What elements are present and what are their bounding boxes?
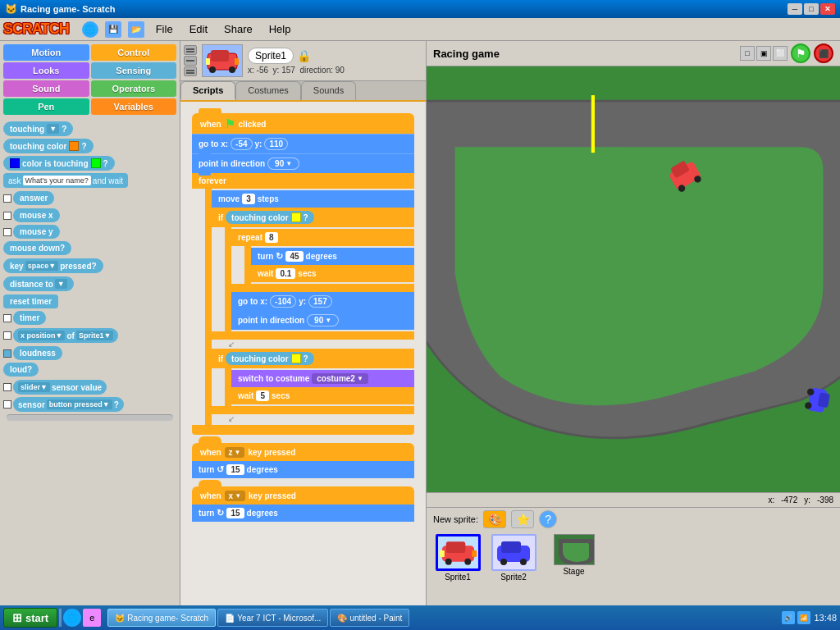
touching-color-cond-2[interactable]: touching color ? (226, 352, 314, 365)
turn-key1-block[interactable]: turn ↺ 15 degrees (192, 461, 414, 478)
color-swatch-1[interactable] (69, 141, 79, 151)
go-y2-val[interactable]: 157 (308, 295, 332, 308)
mouse-y-block-item[interactable]: mouse y (3, 225, 176, 239)
import-button[interactable]: 📂 (128, 21, 144, 38)
repeat-header[interactable]: repeat 8 (231, 229, 414, 246)
maximize-button[interactable]: □ (804, 3, 819, 15)
point-val2[interactable]: 90▼ (307, 314, 339, 326)
cat-motion[interactable]: Motion (3, 44, 89, 61)
stage-size-md[interactable]: ▣ (756, 46, 771, 61)
mouse-y-checkbox[interactable] (3, 228, 11, 236)
cat-sound[interactable]: Sound (3, 80, 89, 97)
sprite-nav-item[interactable] (184, 66, 197, 76)
slider-dropdown[interactable]: slider▼ (18, 382, 50, 392)
cat-variables[interactable]: Variables (91, 98, 177, 115)
turn-block-1[interactable]: turn ↻ 45 degrees (251, 248, 414, 265)
save-button[interactable]: 💾 (105, 21, 121, 38)
when-z-key-hat[interactable]: when z▼ key pressed (192, 443, 414, 461)
wait-val-1[interactable]: 0.1 (276, 268, 295, 279)
xpos-dropdown[interactable]: x position▼ (18, 331, 65, 340)
costume-name-val[interactable]: costume2▼ (312, 373, 368, 384)
move-block[interactable]: move 3 steps (212, 190, 414, 208)
repeat-val[interactable]: 8 (265, 232, 278, 243)
random-sprite-button[interactable]: ? (539, 510, 557, 528)
mouse-x-block[interactable]: mouse x (13, 208, 60, 222)
distance-dropdown[interactable]: ▼ (55, 279, 67, 289)
taskbar-item-paint[interactable]: 🎨 untitled - Paint (330, 609, 409, 627)
wait-block-2[interactable]: wait 5 secs (231, 387, 414, 404)
point-val[interactable]: 90▼ (267, 158, 299, 170)
script-2[interactable]: when z▼ key pressed turn ↺ 15 degrees (192, 443, 414, 478)
mouse-down-block-item[interactable]: mouse down? (3, 241, 176, 255)
color-swatch-3[interactable] (91, 158, 101, 168)
sprite-dropdown[interactable]: Sprite1▼ (76, 331, 113, 340)
mouse-down-block[interactable]: mouse down? (3, 241, 71, 255)
stage-card[interactable]: Stage (551, 534, 596, 576)
move-val[interactable]: 3 (242, 194, 255, 204)
turn-key2-block[interactable]: turn ↻ 15 degrees (192, 504, 414, 522)
mouse-y-block[interactable]: mouse y (13, 225, 60, 239)
color-touching-block[interactable]: color is touching ? (3, 156, 176, 171)
touching-color-cond-1[interactable]: touching color ? (226, 211, 314, 224)
xpos-checkbox[interactable] (3, 331, 11, 340)
turn-val-1[interactable]: 45 (285, 251, 303, 262)
if-block-2[interactable]: if touching color ? (212, 349, 414, 414)
forever-block[interactable]: forever move 3 steps (192, 173, 414, 435)
timer-checkbox[interactable] (3, 314, 11, 322)
reset-timer-block[interactable]: reset timer (3, 294, 58, 308)
point-direction-block[interactable]: point in direction 90▼ (192, 153, 414, 173)
touching-dropdown[interactable]: ▼ (47, 124, 59, 134)
timer-block-item[interactable]: timer (3, 311, 176, 325)
when-flag-clicked-hat[interactable]: when ⚑ clicked (192, 113, 414, 134)
cat-sensing[interactable]: Sensing (91, 62, 177, 79)
systray-volume[interactable]: 🔊 (782, 611, 795, 624)
minimize-button[interactable]: ─ (788, 3, 802, 15)
repeat-block[interactable]: repeat 8 turn ↻ 45 (231, 229, 414, 292)
script-1[interactable]: when ⚑ clicked go to x: -54 y: 110 point… (192, 113, 414, 435)
share-menu[interactable]: Share (219, 21, 258, 37)
key-pressed-block-item[interactable]: key space▼ pressed? (3, 258, 176, 273)
if-header-1[interactable]: if touching color ? (212, 208, 414, 227)
loudness-block-item[interactable]: loudness (3, 346, 176, 360)
key1-dropdown[interactable]: z▼ (225, 447, 245, 458)
paint-sprite-button[interactable]: 🎨 (483, 510, 506, 528)
ask-prompt[interactable]: What's your name? (23, 176, 91, 185)
reset-timer-block-item[interactable]: reset timer (3, 294, 176, 308)
slider-sensor-block-item[interactable]: slider▼ sensor value (3, 380, 176, 395)
edit-menu[interactable]: Edit (185, 21, 212, 37)
tab-sounds[interactable]: Sounds (301, 81, 356, 100)
ask-block-item[interactable]: ask What's your name? and wait (3, 173, 176, 188)
wait-val-2[interactable]: 5 (256, 390, 269, 401)
ie-icon[interactable]: e (83, 609, 101, 627)
browser-icon[interactable]: 🌐 (63, 609, 81, 627)
go-y-val[interactable]: 110 (264, 138, 288, 150)
when-x-key-hat[interactable]: when x▼ key pressed (192, 486, 414, 504)
sprite1-card[interactable]: Sprite1 (433, 534, 482, 582)
wait-block-1[interactable]: wait 0.1 secs (251, 265, 414, 282)
touching-color-block[interactable]: touching color ? (3, 139, 176, 153)
cat-operators[interactable]: Operators (91, 80, 177, 97)
loud-block-item[interactable]: loud? (3, 363, 176, 377)
cat-looks[interactable]: Looks (3, 62, 89, 79)
sensor-button-block-item[interactable]: sensor button pressed▼ ? (3, 397, 176, 412)
key-dropdown[interactable]: space▼ (25, 261, 58, 271)
color-swatch-if1[interactable] (291, 212, 301, 222)
start-button[interactable]: ⊞ start (3, 608, 57, 628)
cat-pen[interactable]: Pen (3, 98, 89, 115)
color-swatch-if2[interactable] (291, 354, 301, 363)
mouse-x-block-item[interactable]: mouse x (3, 208, 176, 222)
stage-size-sm[interactable]: □ (740, 46, 755, 61)
file-menu[interactable]: File (151, 21, 178, 37)
key2-dropdown[interactable]: x▼ (225, 491, 245, 501)
slider-checkbox[interactable] (3, 383, 11, 391)
answer-checkbox[interactable] (3, 194, 11, 203)
loudness-checkbox[interactable] (3, 349, 11, 358)
close-button[interactable]: ✕ (820, 3, 835, 15)
sensor-btn-checkbox[interactable] (3, 400, 11, 409)
distance-to-block-item[interactable]: distance to ▼ (3, 276, 176, 291)
sprite-nav-collapse[interactable] (184, 56, 197, 66)
tab-scripts[interactable]: Scripts (180, 81, 235, 100)
loud-block[interactable]: loud? (3, 363, 39, 377)
blocks-scrollbar[interactable] (7, 414, 173, 421)
taskbar-item-word[interactable]: 📄 Year 7 ICT - Microsof... (217, 609, 328, 627)
